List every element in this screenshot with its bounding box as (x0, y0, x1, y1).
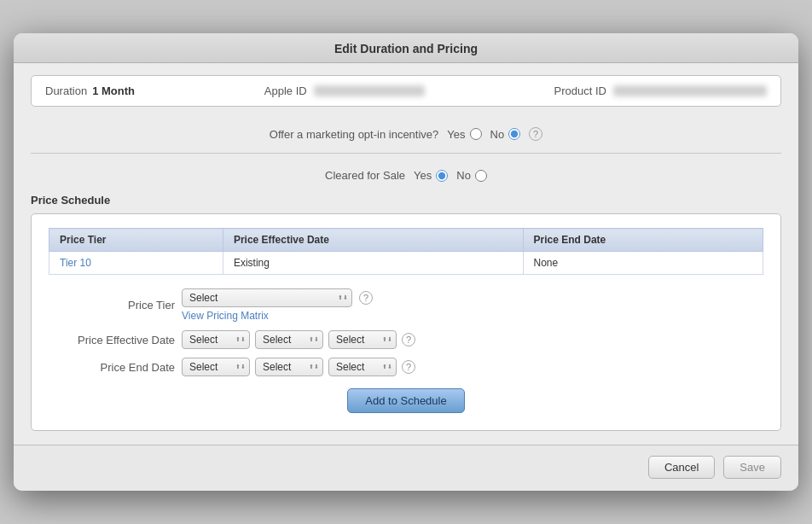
opt-in-yes-label: Yes (447, 128, 465, 141)
col-end-date: Price End Date (523, 229, 763, 252)
opt-in-row: Offer a marketing opt-in incentive? Yes … (31, 117, 781, 149)
end-select-2-wrapper: Select (255, 358, 323, 376)
effective-date-help-icon[interactable]: ? (402, 333, 415, 346)
price-effective-controls: Select Select Select (182, 330, 415, 349)
edit-duration-pricing-modal: Edit Duration and Pricing Duration 1 Mon… (14, 33, 798, 491)
col-effective-date: Price Effective Date (223, 229, 523, 252)
end-select-1-wrapper: Select (182, 358, 250, 376)
cleared-row: Cleared for Sale Yes No (31, 164, 781, 194)
opt-in-no-label: No (490, 128, 505, 141)
price-end-controls: Select Select Select (182, 358, 415, 376)
price-effective-form-row: Price Effective Date Select Select (49, 330, 763, 349)
cleared-no-group: No (456, 169, 487, 182)
opt-in-yes-radio[interactable] (470, 128, 482, 140)
end-date-help-icon[interactable]: ? (402, 360, 415, 374)
price-end-form-row: Price End Date Select Select (49, 358, 763, 376)
cleared-yes-group: Yes (414, 169, 448, 182)
opt-in-yes-group: Yes (447, 128, 481, 141)
modal-title: Edit Duration and Pricing (14, 33, 798, 63)
eff-select-2-wrapper: Select (255, 330, 323, 349)
price-schedule-box: Price Tier Price Effective Date Price En… (31, 213, 781, 431)
apple-id-value (314, 85, 425, 96)
end-date-select-2[interactable]: Select (255, 358, 323, 376)
duration-value: 1 Month (92, 84, 135, 97)
col-price-tier: Price Tier (49, 229, 223, 252)
opt-in-label: Offer a marketing opt-in incentive? (270, 128, 438, 141)
end-select-3-wrapper: Select (328, 358, 397, 376)
cancel-button[interactable]: Cancel (648, 456, 715, 479)
price-tier-form-row: Price Tier Select ? View Pricing Ma (49, 288, 763, 322)
apple-id-label: Apple ID (264, 84, 307, 97)
product-id-label: Product ID (554, 84, 606, 97)
price-tier-form-label: Price Tier (49, 299, 175, 311)
opt-in-help-icon[interactable]: ? (529, 127, 542, 141)
price-schedule-title: Price Schedule (31, 194, 781, 207)
price-end-label: Price End Date (49, 361, 175, 374)
save-button[interactable]: Save (723, 456, 781, 479)
price-schedule-section: Price Schedule Price Tier Price Effectiv… (31, 194, 781, 431)
duration-label: Duration (45, 84, 87, 97)
table-row: Tier 10 Existing None (49, 252, 763, 275)
tier-cell[interactable]: Tier 10 (49, 252, 223, 275)
add-btn-row: Add to Schedule (49, 388, 763, 413)
price-effective-label: Price Effective Date (49, 334, 175, 346)
cleared-yes-label: Yes (414, 169, 432, 182)
price-tier-select-row: Select ? (182, 288, 373, 307)
apple-id-info: Apple ID (264, 84, 425, 97)
end-date-cell: None (523, 252, 763, 275)
cleared-no-label: No (456, 169, 471, 182)
product-id-value (613, 85, 767, 96)
cleared-no-radio[interactable] (475, 170, 487, 182)
opt-in-no-radio[interactable] (508, 128, 520, 140)
price-tier-help-icon[interactable]: ? (359, 291, 373, 305)
table-header-row: Price Tier Price Effective Date Price En… (49, 229, 763, 252)
cleared-label: Cleared for Sale (325, 169, 405, 182)
bottom-bar: Cancel Save (14, 445, 798, 491)
divider (31, 153, 781, 154)
add-to-schedule-button[interactable]: Add to Schedule (347, 388, 464, 413)
form-fields: Price Tier Select ? View Pricing Ma (49, 288, 763, 376)
eff-select-3-wrapper: Select (328, 330, 397, 349)
info-row: Duration 1 Month Apple ID Product ID (31, 75, 781, 107)
effective-date-cell: Existing (223, 252, 523, 275)
duration-info: Duration 1 Month (45, 84, 135, 97)
price-tier-select[interactable]: Select (182, 288, 352, 307)
product-id-info: Product ID (554, 84, 767, 97)
price-tier-controls: Select ? View Pricing Matrix (182, 288, 373, 322)
effective-date-select-3[interactable]: Select (328, 330, 397, 349)
price-table: Price Tier Price Effective Date Price En… (49, 228, 763, 275)
eff-select-1-wrapper: Select (182, 330, 250, 349)
end-date-select-1[interactable]: Select (182, 358, 250, 376)
end-date-select-3[interactable]: Select (328, 358, 397, 376)
price-tier-select-wrapper: Select (182, 288, 352, 307)
view-pricing-link[interactable]: View Pricing Matrix (182, 310, 373, 322)
effective-date-select-1[interactable]: Select (182, 330, 250, 349)
opt-in-no-group: No (490, 128, 521, 141)
effective-date-select-2[interactable]: Select (255, 330, 323, 349)
cleared-yes-radio[interactable] (436, 170, 448, 182)
